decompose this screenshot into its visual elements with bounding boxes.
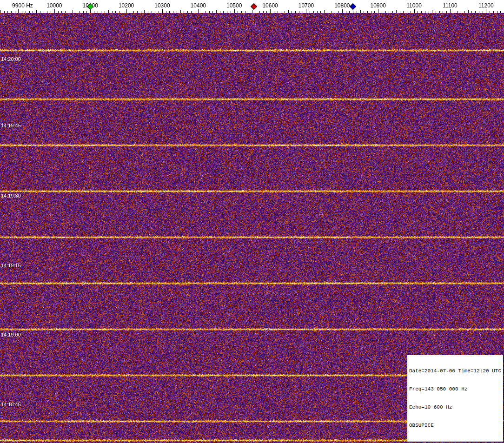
status-info-box: Date=2014-07-06 Time=12:20 UTC Freq=143 … [407, 355, 504, 442]
info-frequency: Freq=143 050 000 Hz [409, 386, 501, 392]
time-tick-label: 14:20:00 [1, 56, 21, 62]
info-date-time: Date=2014-07-06 Time=12:20 UTC [409, 368, 501, 374]
info-echo: Echo=10 600 Hz [409, 404, 501, 410]
time-tick-label: 14:19:45 [1, 123, 21, 128]
info-station: OBSUPICE [409, 423, 501, 429]
time-tick-label: 14:18:45 [1, 402, 21, 407]
time-tick-label: 14:19:15 [1, 263, 21, 268]
time-tick-label: 14:19:00 [1, 332, 21, 337]
spectrogram-window: 14:20:0014:19:4514:19:3014:19:1514:19:00… [0, 0, 504, 443]
time-tick-label: 14:19:30 [1, 193, 21, 198]
